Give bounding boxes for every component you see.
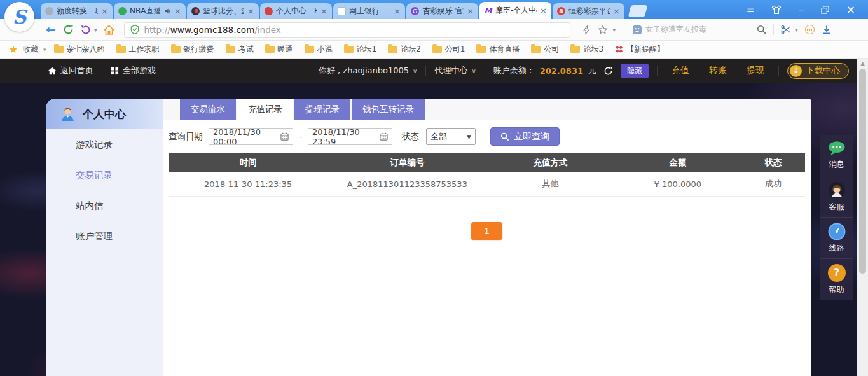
sidebar-item-site-messages[interactable]: 站内信 xyxy=(46,190,163,221)
browser-tab[interactable]: 额度转换 - 玩 × xyxy=(41,3,113,19)
tab-transaction-flow[interactable]: 交易流水 xyxy=(180,99,236,120)
sidebar-item-game-records[interactable]: 游戏记录 xyxy=(46,129,163,160)
browser-menu-icon[interactable]: ≡ xyxy=(747,5,755,15)
address-bar[interactable]: http://www.gomc188.com/index xyxy=(124,22,570,38)
favorites-caret-icon[interactable]: ▾ xyxy=(43,46,46,53)
bookmark-folder[interactable]: 论坛1 xyxy=(344,44,377,55)
tab-close-icon[interactable]: × xyxy=(540,6,547,15)
tab-close-icon[interactable]: × xyxy=(613,7,620,15)
cell-order-number: A_201811301123358753533 xyxy=(327,172,486,196)
favorite-star-icon[interactable] xyxy=(598,25,608,35)
bookmark-folder[interactable]: 银行缴费 xyxy=(171,44,214,55)
bookmark-folder[interactable]: 公司1 xyxy=(432,44,465,55)
close-window-icon[interactable]: × xyxy=(846,4,855,15)
folder-icon xyxy=(344,46,354,53)
calendar-icon[interactable] xyxy=(280,132,289,141)
undo-history-icon[interactable] xyxy=(81,25,91,35)
messages-widget[interactable]: 消息 xyxy=(820,135,853,176)
browser-tab-active[interactable]: 摩臣-个人中心 × xyxy=(479,2,551,19)
refresh-balance-icon[interactable] xyxy=(603,66,613,76)
browser-tab[interactable]: 杏彩娱乐-官方 × xyxy=(406,3,478,19)
transfer-link[interactable]: 转账 xyxy=(709,65,727,76)
withdraw-link[interactable]: 提现 xyxy=(747,65,764,76)
tab-close-icon[interactable]: × xyxy=(247,7,254,15)
bookmark-folder[interactable]: 体育直播 xyxy=(476,44,520,55)
screenshot-scissors-icon[interactable] xyxy=(781,25,791,34)
all-games-link[interactable]: 全部游戏 xyxy=(111,65,156,76)
calendar-icon[interactable] xyxy=(380,132,388,141)
line-route-widget[interactable]: 线路 xyxy=(820,218,853,259)
tab-withdraw-records[interactable]: 提现记录 xyxy=(294,99,350,120)
favorites-label[interactable]: 收藏 xyxy=(23,44,38,55)
new-tab-button[interactable] xyxy=(628,5,648,17)
download-manager-icon[interactable] xyxy=(822,25,832,35)
customer-service-widget[interactable]: 客服 xyxy=(820,176,853,218)
scissors-dropdown-icon[interactable]: ▾ xyxy=(795,27,798,33)
status-select[interactable]: 全部 ▼ xyxy=(426,128,476,145)
bookmark-folder[interactable]: 工作求职 xyxy=(116,44,160,55)
column-time: 时间 xyxy=(169,153,327,172)
browser-tab[interactable]: 个人中心 - B × xyxy=(260,3,332,19)
line-route-label: 线路 xyxy=(829,243,844,254)
cell-time: 2018-11-30 11:23:35 xyxy=(169,172,327,196)
chevron-down-icon: ∨ xyxy=(413,67,417,74)
bookmark-folder[interactable]: 暖通 xyxy=(265,44,293,55)
search-suggestion-text[interactable]: 女子称遭室友投毒 xyxy=(645,24,747,35)
tab-close-icon[interactable]: × xyxy=(394,7,401,15)
undo-dropdown-icon[interactable]: ▾ xyxy=(94,27,97,33)
tab-sound-icon[interactable] xyxy=(164,8,171,15)
search-box[interactable]: 女子称遭室友投毒 xyxy=(630,22,750,38)
restore-window-icon[interactable] xyxy=(821,6,829,14)
browser-tab[interactable]: NBA直播 × xyxy=(114,3,186,19)
tab-close-icon[interactable]: × xyxy=(174,7,181,15)
sidebar-item-account-management[interactable]: 账户管理 xyxy=(46,221,163,251)
skin-theme-icon[interactable] xyxy=(771,5,782,15)
back-home-link[interactable]: 返回首页 xyxy=(48,65,93,76)
more-options-icon[interactable] xyxy=(805,25,815,34)
sogou-browser-logo-icon[interactable]: S xyxy=(4,2,34,32)
bookmark-folder[interactable]: 论坛3 xyxy=(570,44,603,55)
tab-wallet-transfer-records[interactable]: 钱包互转记录 xyxy=(352,99,425,120)
minimize-icon[interactable]: – xyxy=(799,5,804,15)
bookmark-folder[interactable]: 论坛2 xyxy=(388,44,421,55)
url-text[interactable]: http://www.gomc188.com/index xyxy=(144,25,280,35)
date-to-input[interactable]: 2018/11/30 23:59 xyxy=(308,128,392,145)
sidebar: 个人中心 游戏记录 交易记录 站内信 账户管理 xyxy=(46,99,163,376)
help-widget[interactable]: ? 帮助 xyxy=(820,259,853,300)
security-shield-icon[interactable] xyxy=(130,25,139,34)
download-center-label: 下载中心 xyxy=(806,65,840,76)
favorites-dropdown-icon[interactable]: ▾ xyxy=(612,27,616,33)
back-icon[interactable]: ← xyxy=(46,24,56,36)
bookmark-folder[interactable]: 杂七杂八的 xyxy=(54,44,105,55)
agent-center-menu[interactable]: 代理中心 ∨ xyxy=(434,65,476,76)
page-1-button[interactable]: 1 xyxy=(471,222,502,240)
refresh-icon[interactable] xyxy=(63,24,74,35)
download-center-button[interactable]: ↓ 下载中心 xyxy=(787,63,849,79)
cell-recharge-method: 其他 xyxy=(487,172,614,196)
hide-balance-button[interactable]: 隐藏 xyxy=(621,64,649,78)
date-from-input[interactable]: 2018/11/30 00:00 xyxy=(209,128,293,145)
browser-tab[interactable]: 网上银行 × xyxy=(333,3,405,19)
scrollbar-thumb[interactable] xyxy=(859,69,866,274)
new-alert-bookmark[interactable]: 【新提醒】 xyxy=(615,44,665,55)
browser-tab[interactable]: 恒彩彩票平台 × xyxy=(553,3,624,19)
user-greeting-menu[interactable]: 你好 , zhaojianbo1005 ∨ xyxy=(319,65,417,76)
recharge-link[interactable]: 充值 xyxy=(672,65,689,76)
home-icon[interactable] xyxy=(104,25,114,35)
search-now-button[interactable]: 立即查询 xyxy=(490,127,560,146)
bookmark-folder[interactable]: 考试 xyxy=(226,44,254,55)
browser-scrollbar[interactable]: ▲ xyxy=(857,59,868,376)
tab-close-icon[interactable]: × xyxy=(320,7,327,15)
tab-recharge-records[interactable]: 充值记录 xyxy=(237,99,293,120)
tab-close-icon[interactable]: × xyxy=(467,7,474,15)
lightning-speed-icon[interactable] xyxy=(582,25,591,35)
bookmark-label: 小说 xyxy=(317,44,333,55)
grid-icon xyxy=(111,67,119,75)
browser-tab[interactable]: 篮球比分、篮 × xyxy=(187,3,259,19)
tab-close-icon[interactable]: × xyxy=(101,7,108,15)
scrollbar-up-arrow-icon[interactable]: ▲ xyxy=(857,59,868,68)
sidebar-item-transaction-records[interactable]: 交易记录 xyxy=(46,160,163,190)
search-magnifier-icon[interactable] xyxy=(757,25,766,34)
bookmark-folder[interactable]: 小说 xyxy=(305,44,333,55)
bookmark-folder[interactable]: 公司 xyxy=(531,44,559,55)
